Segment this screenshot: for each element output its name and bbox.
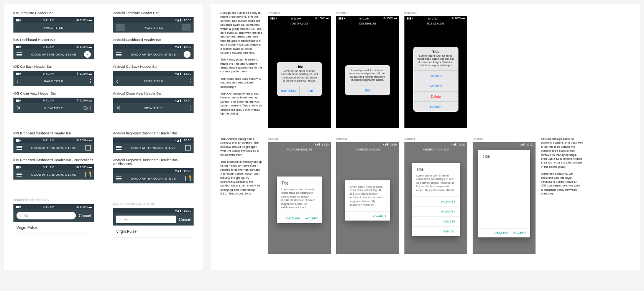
accept-button[interactable]: ACCEPT (305, 217, 318, 220)
cancel-button[interactable]: Cancel (413, 101, 458, 112)
label-ios-dashboard: iOS Dashboard Header Bar (13, 38, 94, 42)
search-input[interactable]: ⌕ Vir (16, 212, 76, 219)
hamburger-icon[interactable] (16, 146, 22, 150)
notification-icon[interactable] (185, 145, 191, 150)
label-ios-goback: iOS Go Back Header Bar (13, 65, 94, 69)
kebab-icon[interactable] (190, 106, 191, 110)
action2-button[interactable]: Action 2 (413, 81, 458, 91)
label-android-closeview: Android Close View Header Bar (113, 92, 194, 95)
edit-button[interactable]: Edit (84, 106, 91, 110)
delete-button[interactable]: Delete (413, 91, 458, 101)
decline-button[interactable]: DECLINE (286, 217, 301, 220)
notes-scroll: Android dialogs allow for scrolling cont… (541, 137, 583, 199)
notification-badge-icon[interactable] (185, 176, 191, 181)
search-cancel[interactable]: Cancel (179, 217, 191, 222)
header-bar: GOOD AFTERNOON, STEVE › (13, 49, 94, 59)
status-bar: ▮▮▮ ▾ 9:41 AM ✲ 100% ▬ (13, 17, 94, 23)
label-search-ios: search-header-bar-iOS (13, 198, 94, 202)
placeholder-icon (116, 24, 125, 31)
dialog-title: Title (277, 62, 322, 70)
notes-ios: Dialogs are built a bit oddly to make th… (220, 11, 263, 119)
signal-icon: ▮▮▮ ▾ (16, 18, 21, 22)
back-icon[interactable]: ‹ (116, 78, 118, 84)
device-android: ▾◢ ▮12:30 ANDROID DIALOG Title Lorem ips… (268, 142, 331, 254)
device-ios: ▮▮▮ ▾9:41 AM✲ 100% ▬ IOS DIALOG Title Lo… (268, 16, 331, 128)
label-android-proposed: Android Proposed Dashboard Header Bar (113, 131, 194, 135)
accept-button[interactable]: ACCEPT (373, 214, 386, 217)
dont-allow-button[interactable]: Don't Allow (277, 86, 299, 96)
device-label: iPhone 8 (268, 11, 331, 15)
search-bar: ⌕ Vir Cancel (13, 209, 94, 222)
label-ios-template: iOS Template Header Bar (13, 11, 94, 15)
status-time: 9:41 AM (43, 18, 54, 22)
kebab-icon[interactable] (190, 79, 191, 83)
status-bar: ▮▮▮ ▾ 9:41 AM ✲ 100% ▬ (13, 44, 94, 49)
label-android-goback: Android Go Back Header Bar (113, 65, 194, 69)
android-dialog-scroll: Title DECLINE ACCEPT (478, 150, 530, 237)
header-bar: PAGE TITLE (13, 23, 94, 33)
android-dialog: Title Lorem ipsum dolor sit amet, consec… (277, 177, 322, 223)
next-icon[interactable]: › (184, 51, 191, 58)
action2-button[interactable]: ACTION 2 (412, 206, 460, 216)
kebab-icon[interactable] (90, 79, 91, 83)
hamburger-icon[interactable] (116, 177, 122, 180)
search-cancel[interactable]: Cancel (79, 214, 91, 218)
label-ios-proposed-notif: iOS Proposed Dashboard Header Bar - Noti… (13, 158, 94, 162)
label-search-android: search-header-bar-android (113, 202, 194, 206)
hamburger-icon[interactable] (116, 146, 122, 150)
label-android-proposed-notif: Android Proposed Dashboard Header Bar - … (113, 158, 194, 166)
col-android: Android Template Header Bar ▾◢ ▮ 12:30 P… (113, 11, 194, 248)
dialog-body: Lorem ipsum dolor sit amet, consectetur … (277, 70, 322, 86)
ios-dialog: Title Lorem ipsum dolor sit amet, consec… (277, 62, 322, 96)
label-android-dashboard: Android Dashboard Header Bar (113, 38, 194, 42)
accept-button[interactable]: ACCEPT (513, 231, 526, 234)
decline-button[interactable]: DECLINE (495, 231, 509, 234)
label-android-template: Android Template Header Bar (113, 11, 194, 15)
action1-button[interactable]: Action 1 (413, 70, 458, 81)
search-icon: ⌕ (20, 214, 22, 218)
action1-button[interactable]: ACTION 1 (412, 196, 460, 206)
notes-android: The Android dialog has a shadow and an o… (220, 137, 263, 199)
ios-dialog: Title Lorem ipsum dolor sit amet, consec… (413, 47, 458, 112)
placeholder-icon (182, 24, 191, 31)
ok-button[interactable]: OK (299, 86, 322, 96)
panel-dialogs: Dialogs are built a bit oddly to make th… (211, 4, 640, 270)
android-dialog: Title Lorem ipsum dolor sit amet, consec… (412, 163, 460, 236)
search-icon: ⌕ (119, 217, 122, 222)
ios-dialog: Lorem ipsum dolor sit amet, consectetur … (345, 65, 390, 95)
cancel-button[interactable]: CANCEL (412, 226, 460, 236)
dialog-scroll-area[interactable] (478, 161, 530, 228)
label-ios-proposed: iOS Proposed Dashboard Header Bar (13, 131, 94, 135)
hamburger-icon[interactable] (16, 52, 22, 56)
hamburger-icon[interactable] (16, 173, 22, 177)
signal-icon: ▮▮▮ ▾ (16, 45, 21, 49)
search-result[interactable]: Virgin Pulse (113, 226, 194, 238)
status-battery: ✲ 100% ▬ (76, 18, 92, 22)
back-icon[interactable]: ‹ (16, 78, 18, 84)
delete-button[interactable]: DELETE (412, 216, 460, 226)
android-dialog: Lorem ipsum dolor sit amet, consectetur … (345, 180, 390, 221)
ok-button[interactable]: OK (345, 85, 390, 95)
next-icon[interactable]: › (84, 51, 91, 58)
notification-icon[interactable] (85, 145, 91, 150)
page-title: PAGE TITLE (13, 26, 94, 29)
notification-badge-icon[interactable] (85, 172, 91, 177)
search-bar: ⌕ Vir Cancel (113, 213, 194, 226)
close-icon[interactable]: ✕ (116, 105, 121, 111)
search-result[interactable]: Virgin Pulse (13, 222, 94, 234)
greeting: GOOD AFTERNOON, STEVE (13, 53, 94, 56)
panel-header-bars: iOS Template Header Bar ▮▮▮ ▾ 9:41 AM ✲ … (4, 4, 203, 270)
signal-icon: ▾◢ ▮ (175, 18, 181, 22)
close-icon[interactable]: ✕ (16, 105, 21, 111)
search-input[interactable]: ⌕ Vir (116, 216, 176, 223)
label-ios-closeview: iOS Close View Header Bar (13, 92, 94, 95)
hamburger-icon[interactable] (116, 52, 122, 56)
col-ios: iOS Template Header Bar ▮▮▮ ▾ 9:41 AM ✲ … (13, 11, 94, 248)
